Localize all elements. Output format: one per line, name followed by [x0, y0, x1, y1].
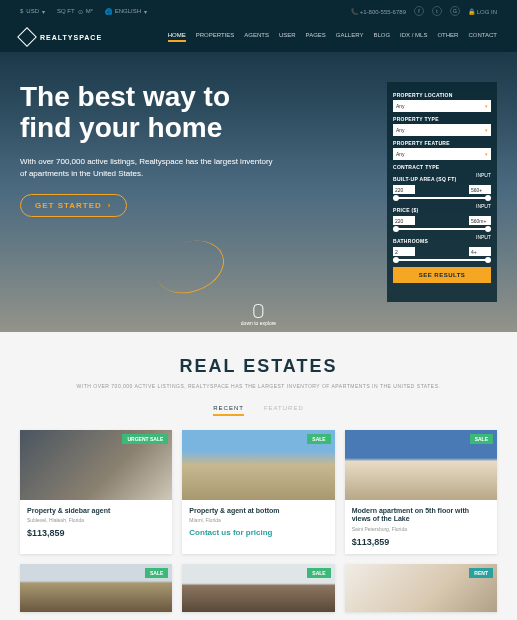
logo-icon [17, 27, 37, 47]
area-min-input[interactable]: 220 [393, 185, 415, 194]
contract-label: CONTRACT TYPE [393, 164, 491, 170]
property-image: URGENT SALE [20, 430, 172, 500]
navbar: REALTYSPACE HOME PROPERTIES AGENTS USER … [0, 22, 517, 52]
property-price: $113,859 [27, 528, 165, 538]
phone-number: 📞 +1-800-555-6789 [351, 8, 406, 15]
search-panel: PROPERTY LOCATION Any PROPERTY TYPE Any … [387, 82, 497, 302]
location-select[interactable]: Any [393, 100, 491, 112]
nav-contact[interactable]: CONTACT [468, 32, 497, 42]
property-card[interactable]: SALE [20, 564, 172, 612]
topbar: $ USD ▾ SQ FT ⊙ M² 🌐 ENGLISH ▾ 📞 +1-800-… [0, 0, 517, 22]
rent-badge: RENT [469, 568, 493, 578]
price-label: PRICE ($) [393, 207, 418, 213]
feature-select[interactable]: Any [393, 148, 491, 160]
nav-idx[interactable]: IDX / MLS [400, 32, 427, 42]
facebook-icon[interactable]: f [414, 6, 424, 16]
property-location: Miami, Florida [189, 517, 327, 523]
price-slider[interactable] [393, 228, 491, 230]
currency-selector[interactable]: $ USD ▾ [20, 8, 45, 15]
property-title: Property & agent at bottom [189, 507, 327, 515]
hero-content: The best way to find your home With over… [20, 82, 280, 302]
arrow-icon: › [108, 201, 112, 210]
location-label: PROPERTY LOCATION [393, 92, 491, 98]
hero: The best way to find your home With over… [0, 52, 517, 332]
nav-user[interactable]: USER [279, 32, 296, 42]
property-card[interactable]: SALE Modern apartment on 5th floor with … [345, 430, 497, 554]
area-unit-selector[interactable]: SQ FT ⊙ M² [57, 8, 93, 15]
bath-slider[interactable] [393, 259, 491, 261]
tab-recent[interactable]: RECENT [213, 405, 244, 416]
price-max-input[interactable]: 560m+ [469, 216, 491, 225]
nav-links: HOME PROPERTIES AGENTS USER PAGES GALLER… [168, 32, 497, 42]
tab-featured[interactable]: FEATURED [264, 405, 304, 416]
property-location: Sublevel, Hialeah, Florida [27, 517, 165, 523]
property-card[interactable]: SALE Property & agent at bottom Miami, F… [182, 430, 334, 554]
property-image: RENT [345, 564, 497, 612]
login-link[interactable]: 🔒 LOG IN [468, 8, 497, 15]
property-image: SALE [182, 430, 334, 500]
get-started-button[interactable]: GET STARTED› [20, 194, 127, 217]
area-label: BUILT-UP AREA (SQ FT) [393, 176, 457, 182]
property-location: Saint Petersburg, Florida [352, 526, 490, 532]
property-title: Property & sidebar agent [27, 507, 165, 515]
language-selector[interactable]: 🌐 ENGLISH ▾ [105, 8, 147, 15]
hero-title: The best way to find your home [20, 82, 280, 144]
hero-subtitle: With over 700,000 active listings, Realt… [20, 156, 280, 180]
estates-title: REAL ESTATES [20, 356, 497, 377]
estates-tabs: RECENT FEATURED [20, 405, 497, 416]
sale-badge: SALE [470, 434, 493, 444]
logo[interactable]: REALTYSPACE [20, 30, 102, 44]
property-image: SALE [20, 564, 172, 612]
property-price: Contact us for pricing [189, 528, 327, 537]
property-card[interactable]: SALE [182, 564, 334, 612]
property-grid: URGENT SALE Property & sidebar agent Sub… [20, 430, 497, 554]
bath-label: BATHROOMS [393, 238, 428, 244]
nav-gallery[interactable]: GALLERY [336, 32, 364, 42]
arrow-swirl-decoration [149, 232, 232, 303]
see-results-button[interactable]: SEE RESULTS [393, 267, 491, 283]
nav-blog[interactable]: BLOG [373, 32, 390, 42]
nav-pages[interactable]: PAGES [306, 32, 326, 42]
brand-name: REALTYSPACE [40, 34, 102, 41]
estates-subtitle: WITH OVER 700,000 ACTIVE LISTINGS, REALT… [20, 383, 497, 389]
nav-home[interactable]: HOME [168, 32, 186, 42]
sale-badge: SALE [145, 568, 168, 578]
estates-section: REAL ESTATES WITH OVER 700,000 ACTIVE LI… [0, 332, 517, 620]
area-max-input[interactable]: 560+ [469, 185, 491, 194]
property-grid-row2: SALE SALE RENT [20, 564, 497, 612]
property-card[interactable]: URGENT SALE Property & sidebar agent Sub… [20, 430, 172, 554]
topbar-right: 📞 +1-800-555-6789 f t G 🔒 LOG IN [351, 6, 497, 16]
twitter-icon[interactable]: t [432, 6, 442, 16]
area-slider[interactable] [393, 197, 491, 199]
feature-label: PROPERTY FEATURE [393, 140, 491, 146]
property-image: SALE [182, 564, 334, 612]
type-label: PROPERTY TYPE [393, 116, 491, 122]
topbar-left: $ USD ▾ SQ FT ⊙ M² 🌐 ENGLISH ▾ [20, 8, 147, 15]
nav-other[interactable]: OTHER [437, 32, 458, 42]
bath-max-input[interactable]: 4+ [469, 247, 491, 256]
nav-agents[interactable]: AGENTS [244, 32, 269, 42]
sale-badge: SALE [307, 568, 330, 578]
price-min-input[interactable]: 220 [393, 216, 415, 225]
bath-min-input[interactable]: 2 [393, 247, 415, 256]
google-icon[interactable]: G [450, 6, 460, 16]
property-card[interactable]: RENT [345, 564, 497, 612]
scroll-hint[interactable]: down to explore [241, 304, 276, 326]
type-select[interactable]: Any [393, 124, 491, 136]
property-price: $113,859 [352, 537, 490, 547]
nav-properties[interactable]: PROPERTIES [196, 32, 235, 42]
sale-badge: SALE [307, 434, 330, 444]
urgent-sale-badge: URGENT SALE [122, 434, 168, 444]
property-image: SALE [345, 430, 497, 500]
property-title: Modern apartment on 5th floor with views… [352, 507, 490, 524]
